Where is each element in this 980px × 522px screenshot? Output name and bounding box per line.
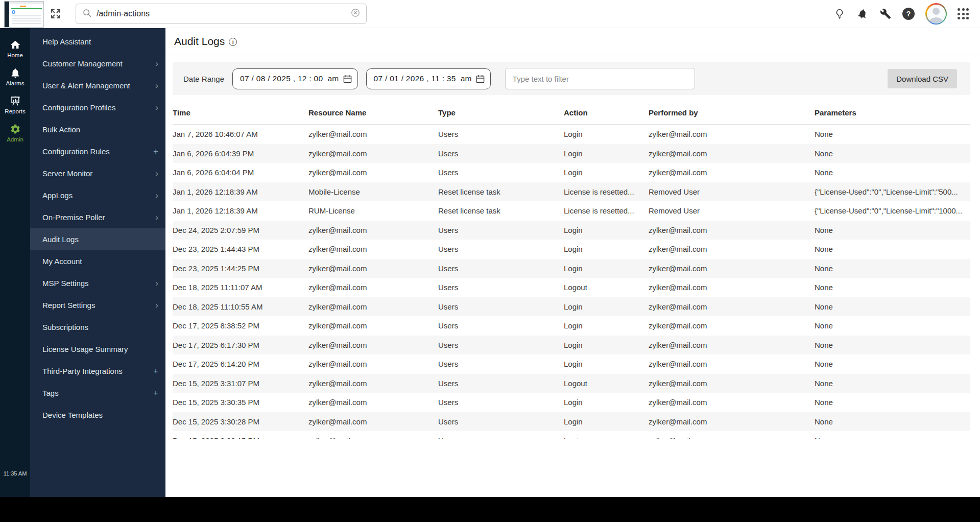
date-to-input[interactable]: 07 / 01 / 2026 , 11 : 35 am: [366, 68, 491, 89]
sidebar-menu-item[interactable]: My Account: [30, 250, 165, 272]
cell-type: Users: [438, 168, 564, 177]
table-header-row: TimeResource NameTypeActionPerformed byP…: [173, 101, 970, 125]
cell-performed-by: zylker@mail.com: [649, 417, 815, 426]
menu-item-label: Help Assistant: [42, 37, 158, 46]
sidebar-menu-item[interactable]: Audit Logs: [30, 228, 165, 250]
cell-parameters: None: [815, 398, 970, 407]
apps-grid-icon[interactable]: [958, 8, 969, 19]
sidebar-menu-item[interactable]: Customer Management ›: [30, 53, 165, 75]
table-row: Dec 17, 2025 6:14:20 PM zylker@mail.com …: [173, 354, 970, 374]
cell-performed-by: zylker@mail.com: [649, 341, 815, 349]
menu-item-label: Subscriptions: [42, 323, 158, 331]
chevron-right-icon: ›: [155, 59, 158, 68]
column-header: Resource Name: [308, 108, 438, 117]
chevron-right-icon: ›: [155, 81, 158, 90]
cell-time: Dec 18, 2025 11:11:07 AM: [173, 283, 308, 292]
cell-action: Login: [564, 360, 649, 368]
sidebar-menu-item[interactable]: Help Assistant: [30, 31, 165, 53]
cell-performed-by: Removed User: [649, 187, 815, 196]
search-box[interactable]: [76, 4, 367, 24]
cell-action: Login: [564, 168, 649, 177]
cell-parameters: None: [815, 283, 970, 292]
date-from-input[interactable]: 07 / 08 / 2025 , 12 : 00 am: [232, 68, 357, 89]
reports-icon: [10, 96, 21, 107]
help-icon[interactable]: ?: [902, 8, 915, 20]
sidebar-menu-item[interactable]: Device Templates: [30, 404, 165, 426]
rail-item-admin[interactable]: Admin: [0, 119, 30, 147]
cell-resource-name: zylker@mail.com: [308, 379, 438, 388]
rail-item-alarms[interactable]: Alarms: [0, 63, 30, 91]
menu-item-label: Third-Party Integrations: [42, 367, 153, 375]
calendar-icon[interactable]: [476, 75, 485, 83]
text-filter-input[interactable]: [505, 68, 695, 89]
cell-parameters: None: [815, 341, 970, 349]
sidebar-menu-item[interactable]: Tags +: [30, 382, 165, 404]
cell-time: Dec 15, 2025 3:30:15 PM: [173, 436, 308, 439]
wrench-icon[interactable]: [879, 8, 892, 20]
menu-item-label: Audit Logs: [42, 235, 158, 244]
lightbulb-icon[interactable]: [833, 8, 846, 20]
cell-type: Users: [438, 379, 564, 388]
rail-item-reports[interactable]: Reports: [0, 91, 30, 119]
cell-resource-name: zylker@mail.com: [308, 341, 438, 349]
clock-label: 11:35 AM: [0, 470, 30, 477]
sidebar-menu-item[interactable]: MSP Settings ›: [30, 272, 165, 294]
sidebar-menu-item[interactable]: AppLogs ›: [30, 184, 165, 206]
avatar[interactable]: [925, 3, 947, 25]
cell-resource-name: zylker@mail.com: [308, 264, 438, 273]
avatar-silhouette: [933, 8, 940, 15]
search-input[interactable]: [97, 9, 346, 18]
plus-icon: +: [153, 147, 158, 156]
table-row: Dec 18, 2025 11:11:07 AM zylker@mail.com…: [173, 278, 970, 297]
search-icon: [82, 8, 92, 20]
cell-type: Users: [438, 341, 564, 349]
topbar-actions: ?: [833, 3, 969, 25]
cell-type: Reset license task: [438, 206, 564, 215]
app-window: ? Home Alarms R: [0, 0, 980, 522]
cell-resource-name: zylker@mail.com: [308, 321, 438, 330]
cell-resource-name: zylker@mail.com: [308, 149, 438, 158]
cell-action: Login: [564, 264, 649, 273]
sidebar-menu-item[interactable]: User & Alert Management ›: [30, 75, 165, 97]
info-icon[interactable]: i: [229, 38, 237, 46]
cell-parameters: None: [815, 168, 970, 177]
cell-performed-by: zylker@mail.com: [649, 130, 815, 138]
download-csv-button[interactable]: Download CSV: [888, 69, 957, 88]
cell-parameters: None: [815, 264, 970, 273]
cell-performed-by: zylker@mail.com: [649, 379, 815, 388]
chevron-right-icon: ›: [155, 191, 158, 200]
cell-parameters: None: [815, 360, 970, 368]
cell-action: License is resetted...: [564, 206, 649, 215]
sidebar-menu-item[interactable]: Third-Party Integrations +: [30, 360, 165, 382]
sidebar-menu-item[interactable]: Configuration Rules +: [30, 140, 165, 162]
sidebar-menu-item[interactable]: Server Monitor ›: [30, 162, 165, 184]
cell-resource-name: zylker@mail.com: [308, 302, 438, 311]
cell-action: Logout: [564, 283, 649, 292]
cell-resource-name: zylker@mail.com: [308, 245, 438, 253]
sidebar-menu-item[interactable]: License Usage Summary: [30, 338, 165, 360]
clear-search-icon[interactable]: [351, 8, 360, 19]
menu-item-label: Configuration Profiles: [42, 103, 155, 112]
expand-icon[interactable]: [50, 8, 62, 20]
table-row: Jan 6, 2026 6:04:04 PM zylker@mail.com U…: [173, 163, 970, 182]
menu-item-label: MSP Settings: [42, 279, 155, 288]
cell-time: Jan 1, 2026 12:18:39 AM: [173, 206, 308, 215]
cell-type: Users: [438, 245, 564, 253]
sidebar-menu-item[interactable]: Configuration Profiles ›: [30, 97, 165, 118]
sidebar-menu-item[interactable]: Subscriptions: [30, 316, 165, 338]
cell-parameters: None: [815, 417, 970, 426]
cell-resource-name: RUM-License: [308, 206, 438, 215]
sidebar-menu-item[interactable]: Report Settings ›: [30, 294, 165, 316]
rail-item-home[interactable]: Home: [0, 35, 30, 63]
sidebar-menu-item[interactable]: Bulk Action: [30, 118, 165, 140]
cell-parameters: None: [815, 245, 970, 253]
cell-type: Users: [438, 436, 564, 439]
cell-time: Dec 17, 2025 8:38:52 PM: [173, 321, 308, 330]
cell-performed-by: zylker@mail.com: [649, 321, 815, 330]
calendar-icon[interactable]: [343, 75, 352, 83]
cell-action: Login: [564, 130, 649, 138]
cell-resource-name: zylker@mail.com: [308, 398, 438, 407]
cell-resource-name: zylker@mail.com: [308, 436, 438, 439]
bell-icon[interactable]: [856, 8, 869, 20]
sidebar-menu-item[interactable]: On-Premise Poller ›: [30, 206, 165, 228]
